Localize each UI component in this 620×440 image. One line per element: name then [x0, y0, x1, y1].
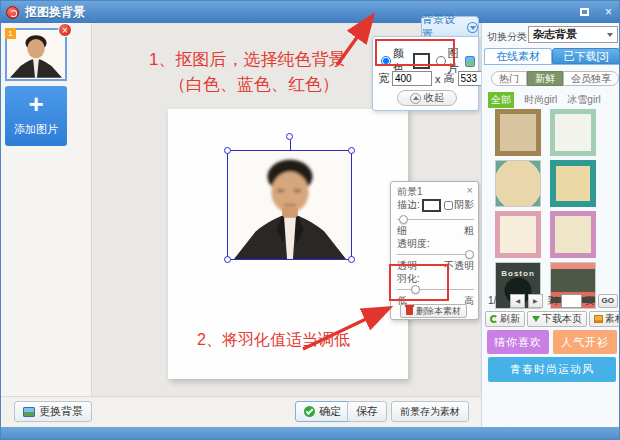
page-jump-input[interactable]	[561, 294, 582, 308]
annotation-step1: 1、抠图后，选择纯色背景 （白色、蓝色、红色）	[149, 47, 345, 97]
chevron-down-circle-icon	[467, 22, 478, 33]
prev-page-icon[interactable]: ◀	[510, 294, 525, 308]
stroke-slider-thumb[interactable]	[399, 215, 408, 224]
shadow-label: 阴影	[454, 198, 474, 212]
change-background-button[interactable]: 更换背景	[14, 401, 92, 422]
rotation-stem	[290, 140, 291, 151]
subtab-fresh[interactable]: 新鲜	[527, 71, 563, 86]
material-thumbnail-text: Boston	[496, 269, 540, 278]
photo-thumbnail[interactable]: 1 ×	[5, 28, 67, 81]
close-icon[interactable]: ×	[600, 4, 617, 19]
photo-list-sidebar: 1 × + 添加图片	[1, 23, 92, 396]
go-button[interactable]: GO	[598, 294, 618, 308]
save-button[interactable]: 保存	[347, 401, 387, 422]
stroke-thick-label: 粗	[464, 224, 474, 238]
opacity-slider-thumb[interactable]	[465, 250, 474, 259]
filter-snow-girl[interactable]: 冰雪girl	[567, 93, 600, 107]
stroke-thin-label: 细	[397, 224, 407, 238]
category-dropdown[interactable]: 杂志背景	[528, 26, 618, 43]
chevron-up-circle-icon	[410, 93, 421, 104]
stroke-slider[interactable]	[397, 215, 474, 224]
material-thumbnail[interactable]	[495, 211, 541, 258]
tab-online-materials[interactable]: 在线素材	[484, 48, 552, 64]
width-input[interactable]	[392, 71, 432, 86]
footer-bar: 更换背景 确定 保存 前景存为素材	[1, 396, 481, 427]
annotation-step2: 2、将羽化值适当调低	[197, 330, 350, 351]
resize-handle-top-right[interactable]	[348, 147, 355, 154]
filter-all[interactable]: 全部	[488, 92, 514, 108]
sport-style-banner-button[interactable]: 青春时尚运动风	[488, 357, 616, 382]
refresh-icon	[490, 315, 498, 323]
stroke-color-swatch[interactable]	[422, 199, 441, 212]
highlight-box-color-option	[375, 39, 455, 66]
app-window: 抠图换背景 × 1 × + 添加图片 1、抠图后，选择纯色背景	[0, 0, 620, 440]
image-icon	[23, 407, 35, 417]
maximize-icon[interactable]	[576, 4, 593, 19]
next-page-icon[interactable]: ▶	[528, 294, 543, 308]
save-foreground-as-material-button[interactable]: 前景存为素材	[391, 401, 469, 422]
subtab-vip[interactable]: 会员独享	[563, 71, 619, 86]
plus-icon: +	[5, 89, 67, 119]
times-label: x	[435, 73, 441, 85]
switch-category-label: 切换分类	[487, 30, 527, 44]
download-icon	[532, 316, 540, 322]
popular-items-button[interactable]: 人气开衫	[553, 330, 617, 354]
opacity-slider[interactable]	[397, 250, 474, 259]
material-pack-button[interactable]: 素材包	[589, 311, 620, 327]
opacity-label: 透明度:	[397, 237, 430, 251]
material-grid: Boston	[495, 109, 596, 309]
image-icon	[465, 56, 475, 67]
delete-material-label: 删除本素材	[416, 305, 461, 318]
guess-you-like-button[interactable]: 猜你喜欢	[487, 330, 549, 354]
photo-index-badge: 1	[5, 28, 16, 39]
tab-downloaded[interactable]: 已下载[3]	[552, 48, 620, 64]
resize-handle-bottom-right[interactable]	[348, 256, 355, 263]
window-title: 抠图换背景	[25, 4, 85, 21]
material-thumbnail[interactable]	[550, 211, 596, 258]
add-image-label: 添加图片	[14, 123, 58, 135]
width-label: 宽	[378, 71, 389, 86]
height-label: 高	[444, 71, 455, 86]
trash-icon	[406, 307, 413, 315]
filter-fashion-girl[interactable]: 时尚girl	[524, 93, 557, 107]
window-bottom-edge	[1, 427, 620, 440]
refresh-button[interactable]: 刷新	[485, 311, 525, 327]
ok-button[interactable]: 确定	[295, 401, 350, 422]
close-icon[interactable]: ×	[467, 184, 473, 196]
titlebar: 抠图换背景 ×	[1, 1, 620, 23]
category-value: 杂志背景	[533, 27, 577, 42]
portrait-photo	[228, 151, 351, 259]
delete-photo-icon[interactable]: ×	[58, 23, 72, 37]
annotation-step1-line1: 1、抠图后，选择纯色背景	[149, 47, 345, 72]
background-settings-tab[interactable]: 背景设置	[421, 16, 479, 37]
height-input[interactable]	[458, 71, 483, 86]
resize-handle-bottom-left[interactable]	[224, 256, 231, 263]
check-icon	[304, 406, 315, 417]
stroke-label: 描边:	[397, 198, 420, 212]
highlight-box-feather	[389, 264, 449, 301]
material-thumbnail[interactable]	[550, 109, 596, 156]
material-panel: 切换分类 杂志背景 在线素材 已下载[3] 热门 新鲜 会员独享 全部 时尚gi…	[481, 23, 620, 427]
jump-to-label: 到	[548, 294, 558, 308]
rotate-handle[interactable]	[286, 133, 293, 140]
photo-selection[interactable]	[227, 150, 352, 260]
download-page-button[interactable]: 下载本页	[527, 311, 587, 327]
page-indicator: 1/14	[488, 295, 507, 306]
package-icon	[594, 315, 603, 323]
app-icon	[6, 6, 19, 19]
chevron-down-icon	[607, 33, 613, 37]
delete-material-button[interactable]: 删除本素材	[400, 304, 467, 318]
shadow-checkbox[interactable]	[444, 201, 453, 210]
page-unit-label: 页	[585, 294, 595, 308]
material-thumbnail[interactable]	[495, 160, 541, 207]
collapse-button[interactable]: 收起	[397, 90, 457, 106]
collapse-label: 收起	[424, 91, 444, 105]
annotation-step1-line2: （白色、蓝色、红色）	[149, 72, 345, 97]
resize-handle-top-left[interactable]	[224, 147, 231, 154]
subtab-hot[interactable]: 热门	[491, 71, 527, 86]
add-image-button[interactable]: + 添加图片	[5, 86, 67, 146]
foreground-panel-title: 前景1	[397, 185, 423, 199]
material-thumbnail[interactable]	[550, 160, 596, 207]
material-thumbnail[interactable]	[495, 109, 541, 156]
